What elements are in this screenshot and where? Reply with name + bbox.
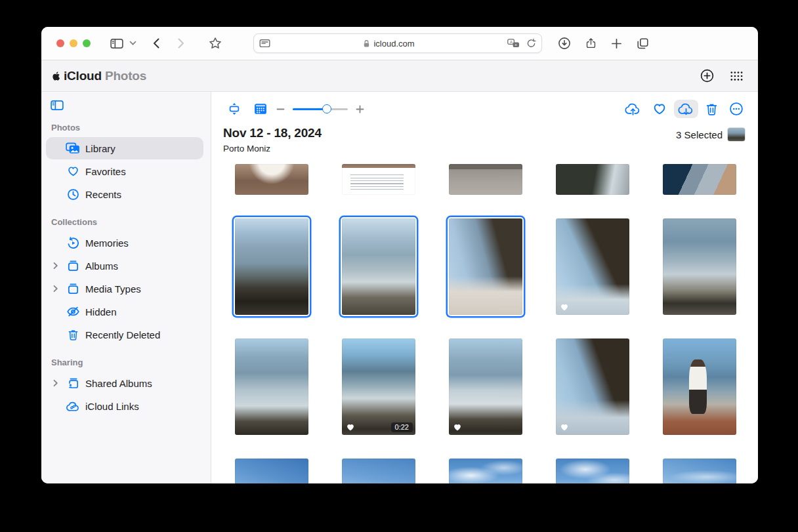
photo-thumbnail[interactable] bbox=[449, 459, 522, 483]
translate-icon[interactable]: Ax bbox=[507, 39, 520, 48]
sidebar-item-hidden[interactable]: Hidden bbox=[46, 300, 203, 323]
location-label: Porto Moniz bbox=[223, 144, 322, 153]
photo-thumbnail[interactable] bbox=[663, 459, 736, 483]
photo-grid: 0:22 bbox=[211, 159, 758, 483]
close-window-button[interactable] bbox=[56, 39, 64, 47]
icloud-header: iCloud Photos bbox=[41, 60, 758, 92]
photo-thumbnail[interactable] bbox=[663, 164, 736, 195]
browser-actions bbox=[558, 37, 758, 50]
sidebar-item-shared-albums[interactable]: Shared Albums bbox=[46, 372, 203, 394]
grid-row: 0:22 bbox=[235, 338, 758, 435]
photo-thumbnail[interactable] bbox=[342, 459, 415, 483]
favorite-heart-button[interactable] bbox=[652, 102, 667, 115]
zoom-in-button[interactable] bbox=[356, 105, 364, 113]
address-bar[interactable]: icloud.com Ax bbox=[253, 33, 542, 53]
section-title-collections: Collections bbox=[51, 217, 211, 227]
sidebar-item-label: Media Types bbox=[85, 283, 141, 295]
cloud-download-button[interactable] bbox=[674, 100, 698, 118]
minimize-window-button[interactable] bbox=[70, 39, 77, 47]
photos-library-icon bbox=[65, 142, 81, 154]
photos-main: Nov 12 - 18, 2024 Porto Moniz 3 Selected… bbox=[211, 92, 758, 483]
address-text: icloud.com bbox=[373, 39, 414, 49]
photo-thumbnail[interactable] bbox=[235, 164, 308, 195]
sidebar-item-media-types[interactable]: Media Types bbox=[46, 277, 203, 300]
selection-actions bbox=[625, 102, 744, 116]
section-title-sharing: Sharing bbox=[51, 358, 211, 367]
header-actions bbox=[700, 69, 744, 83]
memories-icon bbox=[65, 237, 81, 249]
photo-thumbnail[interactable] bbox=[556, 164, 629, 195]
tab-overview-button[interactable] bbox=[637, 37, 649, 50]
share-button[interactable] bbox=[585, 37, 597, 50]
sidebar-item-recents[interactable]: Recents bbox=[46, 183, 203, 205]
photo-thumbnail[interactable] bbox=[235, 459, 308, 483]
photo-thumbnail[interactable] bbox=[556, 218, 629, 315]
photo-thumbnail[interactable] bbox=[663, 218, 736, 315]
photo-thumbnail-selected[interactable] bbox=[342, 218, 415, 315]
chevron-right-icon[interactable] bbox=[52, 285, 59, 293]
sidebar-item-label: Hidden bbox=[85, 306, 117, 317]
sidebar-item-label: Recents bbox=[85, 189, 121, 200]
bookmarks-star-button[interactable] bbox=[209, 37, 222, 50]
cloud-link-icon bbox=[65, 401, 81, 412]
selection-count-label: 3 Selected bbox=[676, 129, 723, 140]
apple-logo-icon bbox=[51, 70, 62, 82]
forward-button[interactable] bbox=[177, 37, 185, 49]
album-box-icon bbox=[65, 283, 81, 295]
photo-thumbnail[interactable] bbox=[449, 338, 522, 435]
cloud-upload-button[interactable] bbox=[625, 102, 641, 115]
chevron-right-icon[interactable] bbox=[52, 262, 59, 270]
brand-name: iCloud bbox=[64, 69, 102, 83]
photo-thumbnail-selected[interactable] bbox=[449, 218, 522, 315]
chevron-down-icon[interactable] bbox=[129, 41, 136, 46]
photo-thumbnail[interactable] bbox=[449, 164, 522, 195]
shared-album-icon bbox=[65, 377, 81, 390]
app-brand: iCloud Photos bbox=[51, 69, 146, 83]
sidebar-item-recently-deleted[interactable]: Recently Deleted bbox=[46, 323, 203, 346]
photo-thumbnail[interactable]: 0:22 bbox=[342, 338, 415, 435]
sidebar-item-icloud-links[interactable]: iCloud Links bbox=[46, 395, 203, 417]
new-tab-button[interactable] bbox=[611, 38, 622, 49]
video-duration-badge: 0:22 bbox=[391, 422, 413, 432]
view-controls bbox=[228, 102, 364, 115]
sidebar-toggle-button[interactable] bbox=[110, 38, 123, 49]
browser-toolbar: icloud.com Ax bbox=[41, 27, 758, 60]
reload-icon[interactable] bbox=[526, 38, 536, 49]
heart-icon bbox=[65, 165, 81, 177]
app-launcher-button[interactable] bbox=[730, 71, 744, 81]
sidebar-collapse-button[interactable] bbox=[51, 100, 64, 111]
fullscreen-window-button[interactable] bbox=[83, 39, 91, 47]
safari-window: icloud.com Ax bbox=[41, 27, 758, 483]
photo-thumbnail[interactable] bbox=[556, 338, 629, 435]
photo-thumbnail[interactable] bbox=[663, 338, 736, 435]
chevron-right-icon[interactable] bbox=[52, 379, 59, 387]
selection-thumbnail[interactable] bbox=[728, 128, 745, 141]
clock-icon bbox=[65, 188, 81, 201]
add-button[interactable] bbox=[700, 69, 714, 83]
photo-thumbnail-selected[interactable] bbox=[235, 218, 308, 315]
aspect-resize-button[interactable] bbox=[228, 102, 241, 115]
page-format-icon[interactable] bbox=[259, 38, 270, 49]
sidebar-item-memories[interactable]: Memories bbox=[46, 232, 203, 254]
sidebar-item-favorites[interactable]: Favorites bbox=[46, 160, 203, 182]
more-options-button[interactable] bbox=[729, 102, 744, 116]
sidebar-item-label: iCloud Links bbox=[85, 401, 139, 412]
zoom-out-button[interactable] bbox=[276, 105, 285, 113]
calendar-view-button[interactable] bbox=[254, 103, 267, 115]
downloads-button[interactable] bbox=[558, 37, 571, 50]
zoom-slider-thumb[interactable] bbox=[322, 104, 331, 113]
zoom-slider[interactable] bbox=[293, 108, 348, 110]
trash-button[interactable] bbox=[705, 102, 718, 116]
sidebar-item-label: Albums bbox=[85, 260, 118, 272]
photo-thumbnail[interactable] bbox=[556, 459, 629, 483]
date-range-title: Nov 12 - 18, 2024 bbox=[223, 126, 322, 140]
date-header: Nov 12 - 18, 2024 Porto Moniz 3 Selected bbox=[211, 121, 758, 159]
favorite-heart-icon bbox=[453, 423, 462, 432]
back-button[interactable] bbox=[152, 37, 160, 49]
photo-thumbnail[interactable] bbox=[235, 338, 308, 435]
grid-row bbox=[235, 164, 758, 195]
photo-thumbnail[interactable] bbox=[342, 164, 415, 195]
sidebar-item-library[interactable]: Library bbox=[46, 137, 203, 159]
photos-toolbar bbox=[211, 92, 758, 121]
sidebar-item-albums[interactable]: Albums bbox=[46, 255, 203, 277]
